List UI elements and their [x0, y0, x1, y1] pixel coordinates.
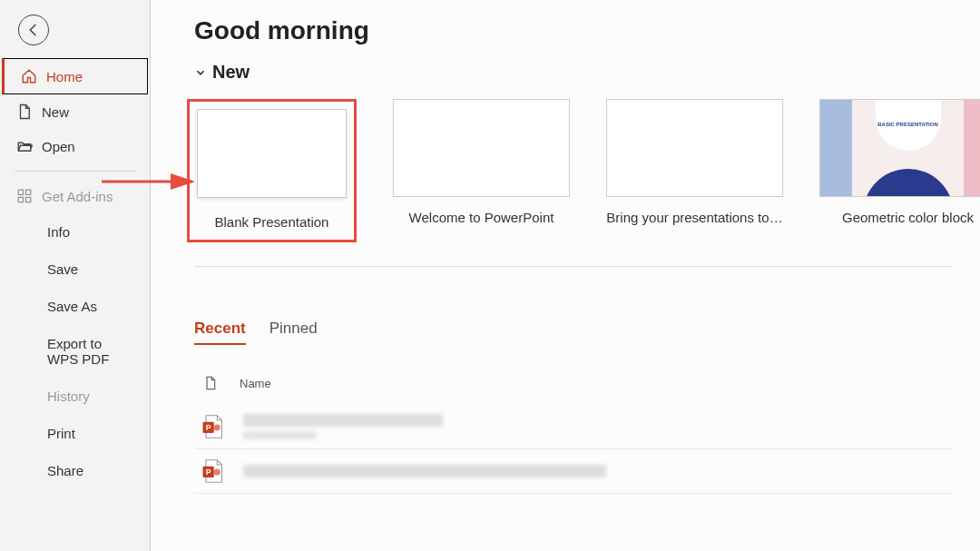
chevron-down-icon: [194, 66, 207, 79]
recent-tabs: Recent Pinned: [194, 320, 953, 345]
template-thumb: BASIC PRESENTATION: [819, 99, 980, 197]
home-icon: [21, 68, 37, 84]
pptx-file-icon: P: [200, 414, 225, 439]
thumb-corner-text: PowerPoint: [753, 185, 777, 191]
svg-rect-3: [26, 198, 31, 202]
folder-open-icon: [16, 138, 33, 154]
sidebar-sub-info[interactable]: Info: [0, 213, 150, 251]
file-icon: [16, 103, 33, 120]
sidebar-sub-share[interactable]: Share: [0, 452, 150, 489]
sidebar-item-home[interactable]: Home: [2, 58, 148, 94]
templates-row: Blank Presentation Welcome to PowerPoint…: [194, 99, 953, 267]
template-3d[interactable]: Bring Your Presentations to Life with 3D…: [606, 99, 783, 242]
svg-text:P: P: [206, 467, 211, 477]
column-name: Name: [240, 377, 271, 390]
file-name-redacted: [243, 414, 443, 439]
template-thumb: Welcome to PowerPoint 5 tips for a simpl…: [393, 99, 570, 197]
svg-text:P: P: [206, 423, 211, 432]
sidebar-sub-print[interactable]: Print: [0, 415, 150, 452]
document-icon: [203, 374, 218, 392]
template-thumb: [197, 109, 347, 198]
thumb-badge: BASIC PRESENTATION: [877, 122, 937, 128]
svg-rect-2: [18, 198, 23, 202]
sidebar-item-new[interactable]: New: [0, 94, 150, 129]
template-welcome[interactable]: Welcome to PowerPoint 5 tips for a simpl…: [393, 99, 570, 242]
back-button[interactable]: [18, 15, 49, 45]
svg-rect-0: [18, 190, 23, 194]
sidebar-item-label: New: [42, 104, 69, 120]
main-panel: Good morning New Blank Presentation Welc…: [151, 0, 980, 551]
thumb-sub: 5 tips for a simpler way to work: [408, 136, 554, 142]
sidebar-sub-save[interactable]: Save: [0, 251, 150, 288]
sidebar: Home New Open Get Add-ins Info Save Save…: [0, 0, 151, 551]
template-label: Bring your presentations to…: [606, 210, 782, 225]
template-label: Welcome to PowerPoint: [409, 210, 554, 225]
template-thumb: Bring Your Presentations to Life with 3D…: [606, 99, 783, 197]
template-blank[interactable]: Blank Presentation: [187, 99, 357, 242]
svg-point-6: [214, 424, 220, 430]
sidebar-item-label: Open: [42, 139, 75, 154]
greeting-title: Good morning: [194, 16, 953, 45]
template-label: Blank Presentation: [215, 214, 329, 230]
sidebar-item-label: Get Add-ins: [42, 189, 113, 204]
template-geometric[interactable]: BASIC PRESENTATION Geometric color block: [819, 99, 980, 242]
file-name-redacted: [243, 465, 606, 477]
tab-recent[interactable]: Recent: [194, 320, 246, 345]
powerpoint-logo-icon: [405, 180, 414, 189]
sidebar-sub-export[interactable]: Export to WPS PDF: [0, 325, 150, 378]
addins-icon: [16, 188, 33, 204]
pptx-file-icon: P: [200, 458, 225, 484]
arrow-left-icon: [25, 22, 42, 38]
section-new-header[interactable]: New: [194, 62, 953, 83]
section-new-label: New: [212, 62, 250, 83]
svg-rect-1: [26, 190, 31, 194]
thumb-sub: How to get started with 3D in PowerPoint: [622, 132, 768, 137]
sidebar-sub-history[interactable]: History: [0, 378, 150, 415]
recent-file-row[interactable]: P: [194, 449, 953, 494]
table-header: Name: [194, 367, 953, 405]
recent-file-row[interactable]: P: [194, 405, 953, 449]
svg-point-9: [214, 468, 220, 475]
sidebar-item-addins[interactable]: Get Add-ins: [0, 179, 150, 213]
sidebar-sub-saveas[interactable]: Save As: [0, 288, 150, 325]
thumb-headline: Bring Your Presentations to Life with 3D: [622, 120, 768, 128]
tab-pinned[interactable]: Pinned: [270, 320, 318, 345]
sidebar-item-open[interactable]: Open: [0, 129, 150, 163]
sidebar-item-label: Home: [46, 69, 83, 84]
thumb-headline: Welcome to PowerPoint: [408, 123, 554, 133]
template-label: Geometric color block: [842, 210, 974, 225]
sidebar-divider: [15, 171, 135, 172]
